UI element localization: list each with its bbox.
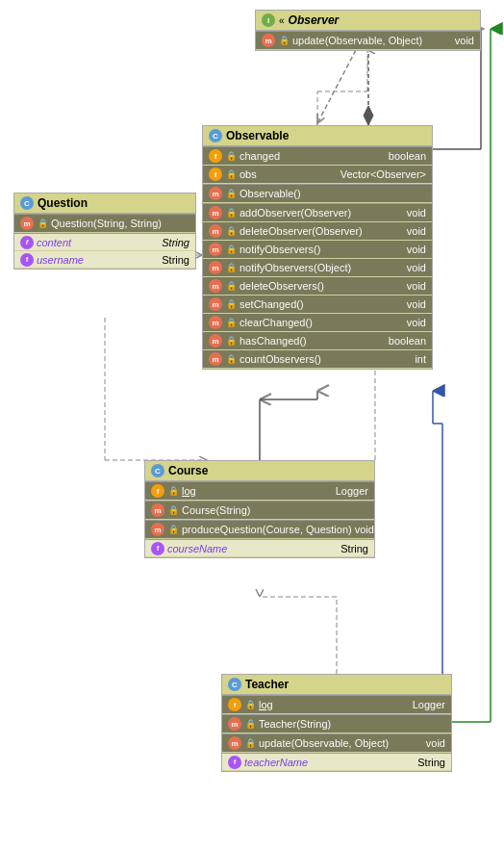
field-type: Vector<Observer> [340, 168, 426, 180]
method-badge: m [151, 503, 164, 517]
field-badge: f [228, 756, 241, 769]
field-name: changed [239, 150, 386, 162]
teacher-field-1: f teacherName String [222, 754, 451, 771]
observable-constructors: m 🔒 Observable() [203, 184, 432, 203]
course-static-fields: f 🔒 log Logger [145, 481, 374, 501]
field-badge: f [151, 542, 164, 555]
observer-class: I « Observer m 🔒 update(Observable, Obje… [255, 10, 481, 51]
obs-method-3: m 🔒 notifyObservers() void [203, 241, 432, 259]
obs-method-1: m 🔒 addObserver(Observer) void [203, 204, 432, 222]
method-badge: m [209, 261, 222, 274]
observer-stereotype: « [279, 15, 285, 26]
course-type-badge: C [151, 464, 164, 477]
field-type: Logger [413, 699, 445, 710]
method-name: hasChanged() [239, 335, 386, 347]
field-badge: f [151, 484, 164, 498]
course-class: C Course f 🔒 log Logger m 🔒 Course(Strin… [144, 460, 375, 558]
course-fields: f courseName String [145, 539, 374, 557]
question-type-badge: C [20, 196, 34, 210]
field-type: String [417, 757, 445, 768]
method-name: deleteObserver(Observer) [239, 225, 404, 237]
method-badge: m [262, 34, 275, 47]
method-type: void [407, 225, 426, 237]
course-constructors: m 🔒 Course(String) [145, 501, 374, 520]
teacher-title: Teacher [245, 678, 289, 691]
question-field-2: f username String [14, 251, 195, 269]
constructor-name: Observable() [239, 188, 426, 199]
method-badge: m [209, 187, 222, 200]
method-badge: m [209, 316, 222, 329]
obs-field-2: f 🔒 obs Vector<Observer> [203, 166, 432, 184]
method-name: produceQuestion(Course, Question) [182, 524, 352, 535]
question-fields: f content String f username String [14, 233, 195, 269]
svg-marker-2 [364, 106, 373, 125]
observer-method-row-1: m 🔒 update(Observable, Object) void [256, 32, 480, 50]
method-type: void [407, 280, 426, 292]
method-type: void [407, 298, 426, 310]
obs-field-1: f 🔒 changed boolean [203, 147, 432, 166]
field-type: String [162, 237, 189, 248]
method-type: void [455, 35, 474, 46]
method-badge: m [228, 717, 241, 731]
course-header: C Course [145, 461, 374, 481]
method-badge: m [209, 243, 222, 256]
uml-diagram: * 1 [0, 0, 504, 849]
obs-method-2: m 🔒 deleteObserver(Observer) void [203, 222, 432, 241]
field-name: log [182, 485, 333, 497]
question-header: C Question [14, 193, 195, 214]
observer-type-badge: I [262, 13, 275, 27]
field-badge: f [20, 253, 34, 267]
method-name: setChanged() [239, 298, 404, 310]
teacher-static-field-1: f 🔒 log Logger [222, 696, 451, 714]
observer-title: Observer [289, 13, 340, 27]
method-badge: m [228, 736, 241, 750]
observable-static-fields: f 🔒 changed boolean f 🔒 obs Vector<Obser… [203, 146, 432, 184]
course-constructor-1: m 🔒 Course(String) [145, 502, 374, 520]
question-field-1: f content String [14, 234, 195, 251]
teacher-methods: m 🔒 update(Observable, Object) void [222, 733, 451, 753]
method-type: void [355, 524, 374, 535]
observable-title: Observable [226, 129, 289, 142]
field-type: String [340, 543, 368, 554]
observer-header: I « Observer [256, 11, 480, 31]
course-field-1: f courseName String [145, 540, 374, 557]
constructor-name: Teacher(String) [259, 718, 445, 730]
method-type: int [415, 353, 426, 365]
method-name: clearChanged() [239, 317, 404, 328]
method-name: addObserver(Observer) [239, 207, 404, 219]
method-badge: m [209, 334, 222, 347]
method-type: void [407, 262, 426, 273]
field-type: boolean [389, 150, 426, 162]
field-badge: f [20, 236, 34, 249]
method-badge: m [209, 224, 222, 238]
method-badge: m [209, 352, 222, 366]
field-name: log [259, 699, 410, 710]
method-badge: m [209, 297, 222, 311]
method-name: update(Observable, Object) [292, 35, 452, 46]
field-name: obs [239, 168, 338, 180]
method-badge: m [209, 206, 222, 219]
field-type: String [162, 254, 189, 266]
method-name: update(Observable, Object) [259, 737, 423, 749]
question-title: Question [38, 196, 88, 210]
obs-constructor-1: m 🔒 Observable() [203, 185, 432, 203]
teacher-class: C Teacher f 🔒 log Logger m 🔒 Teacher(Str… [221, 674, 452, 772]
method-type: boolean [389, 335, 426, 347]
field-name: username [37, 254, 159, 266]
field-badge: f [209, 167, 222, 181]
observable-class: C Observable f 🔒 changed boolean f 🔒 obs… [202, 125, 433, 370]
method-type: void [407, 207, 426, 219]
question-constructor-1: m 🔒 Question(String, String) [14, 215, 195, 233]
teacher-header: C Teacher [222, 675, 451, 695]
method-name: notifyObservers(Object) [239, 262, 404, 273]
field-name: courseName [167, 543, 338, 554]
method-name: notifyObservers() [239, 244, 404, 255]
teacher-type-badge: C [228, 678, 241, 691]
method-badge: m [151, 523, 164, 536]
obs-method-9: m 🔒 countObservers() int [203, 350, 432, 369]
teacher-constructors: m 🔒 Teacher(String) [222, 714, 451, 733]
method-type: void [426, 737, 445, 749]
observer-methods: m 🔒 update(Observable, Object) void [256, 31, 480, 50]
teacher-constructor-1: m 🔒 Teacher(String) [222, 715, 451, 733]
course-title: Course [168, 464, 208, 477]
